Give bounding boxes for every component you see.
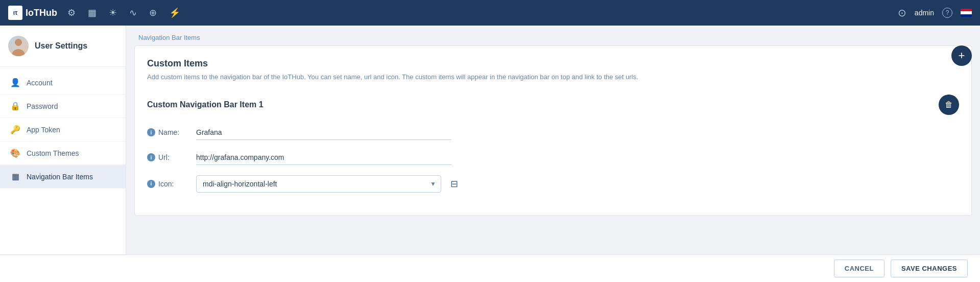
sidebar-item-account[interactable]: 👤 Account — [0, 71, 126, 95]
breadcrumb: Navigation Bar Items — [126, 26, 980, 45]
app-logo[interactable]: ιτ IoTHub — [8, 6, 57, 20]
top-nav-right: ⊙ admin ? — [898, 7, 972, 19]
name-field-row: i Name: — [147, 125, 959, 140]
app-token-icon: 🔑 — [10, 125, 20, 134]
icon-label: Icon: — [158, 180, 174, 188]
item-section-header: Custom Navigation Bar Item 1 🗑 — [147, 95, 959, 115]
section-title: Custom Items — [147, 58, 959, 69]
password-icon: 🔒 — [10, 101, 20, 111]
sidebar-item-navigation-bar-items[interactable]: ▦ Navigation Bar Items — [0, 165, 126, 189]
icon-field-row: i Icon: mdi-align-horizontal-left mdi-ho… — [147, 175, 959, 193]
account-icon: 👤 — [10, 78, 20, 87]
sidebar-item-custom-themes[interactable]: 🎨 Custom Themes — [0, 142, 126, 165]
sidebar: User Settings 👤 Account 🔒 Password 🔑 App… — [0, 26, 126, 282]
icon-select-wrapper: mdi-align-horizontal-left mdi-home mdi-s… — [196, 175, 441, 193]
delete-item-button[interactable]: 🗑 — [939, 95, 959, 115]
main-content: Navigation Bar Items + Custom Items Add … — [126, 26, 980, 282]
url-label: Url: — [158, 153, 170, 161]
name-info-icon: i — [147, 128, 155, 136]
sidebar-item-app-token[interactable]: 🔑 App Token — [0, 118, 126, 142]
url-info-icon: i — [147, 153, 155, 161]
sidebar-item-label-password: Password — [27, 102, 58, 110]
sidebar-item-label-custom-themes: Custom Themes — [27, 149, 79, 157]
main-layout: User Settings 👤 Account 🔒 Password 🔑 App… — [0, 26, 980, 282]
settings-icon[interactable]: ⚙ — [67, 7, 76, 18]
icon-preview: ⊟ — [446, 176, 462, 192]
icon-info-icon: i — [147, 180, 155, 188]
name-label-wrap: i Name: — [147, 128, 188, 136]
sidebar-header: User Settings — [0, 26, 126, 67]
section-desc: Add custom items to the navigation bar o… — [147, 72, 959, 82]
sidebar-item-label-nav-bar: Navigation Bar Items — [27, 173, 93, 181]
logo-icon: ιτ — [8, 6, 22, 20]
url-input[interactable] — [196, 150, 451, 165]
nav-bar-items-icon: ▦ — [10, 172, 20, 181]
icon-select-wrap: mdi-align-horizontal-left mdi-home mdi-s… — [196, 175, 462, 193]
add-item-button[interactable]: + — [951, 45, 972, 66]
app-title: IoTHub — [26, 8, 57, 18]
url-label-wrap: i Url: — [147, 153, 188, 161]
analytics-icon[interactable]: ∿ — [129, 7, 137, 18]
icon-label-wrap: i Icon: — [147, 180, 188, 188]
avatar-image — [8, 36, 29, 56]
name-input[interactable] — [196, 125, 451, 140]
grid-icon[interactable]: ▦ — [88, 7, 97, 18]
url-field-row: i Url: — [147, 150, 959, 165]
network-icon[interactable]: ⊕ — [149, 7, 157, 18]
user-circle-icon[interactable]: ⊙ — [898, 7, 906, 19]
sidebar-item-password[interactable]: 🔒 Password — [0, 95, 126, 118]
content-body: Custom Items Add custom items to the nav… — [134, 45, 972, 216]
top-nav: ιτ IoTHub ⚙ ▦ ☀ ∿ ⊕ ⚡ ⊙ admin ? — [0, 0, 980, 26]
save-button[interactable]: SAVE CHANGES — [891, 260, 968, 277]
name-label: Name: — [158, 128, 179, 136]
admin-label[interactable]: admin — [915, 9, 934, 17]
cancel-button[interactable]: CANCEL — [834, 260, 885, 277]
sidebar-item-label-account: Account — [27, 79, 53, 87]
dashboard-icon[interactable]: ☀ — [109, 7, 117, 18]
lightning-icon[interactable]: ⚡ — [169, 7, 180, 18]
breadcrumb-text: Navigation Bar Items — [138, 34, 200, 41]
avatar — [8, 36, 29, 56]
language-flag-icon[interactable] — [961, 9, 972, 17]
footer-bar: CANCEL SAVE CHANGES — [0, 254, 980, 282]
nav-icons-group: ⚙ ▦ ☀ ∿ ⊕ ⚡ — [67, 7, 898, 18]
icon-select[interactable]: mdi-align-horizontal-left mdi-home mdi-s… — [196, 175, 441, 193]
item-title: Custom Navigation Bar Item 1 — [147, 100, 264, 109]
custom-themes-icon: 🎨 — [10, 148, 20, 158]
trash-icon: 🗑 — [945, 100, 953, 109]
sidebar-nav: 👤 Account 🔒 Password 🔑 App Token 🎨 Custo… — [0, 67, 126, 193]
sidebar-title: User Settings — [35, 41, 87, 51]
preview-icon: ⊟ — [450, 178, 458, 190]
sidebar-item-label-app-token: App Token — [27, 126, 60, 134]
help-icon[interactable]: ? — [942, 8, 952, 18]
